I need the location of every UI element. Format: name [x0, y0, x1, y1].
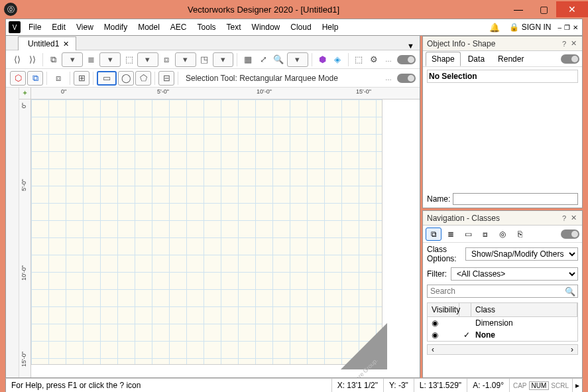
horizontal-ruler[interactable]: 0" 5'-0" 10'-0" 15'-0": [31, 88, 420, 99]
nav-help-icon[interactable]: ?: [559, 214, 569, 222]
walkthrough-icon[interactable]: ◈: [331, 52, 345, 67]
class-horizontal-scrollbar[interactable]: ‹ ›: [427, 344, 578, 355]
render-mode-dropdown[interactable]: ▾: [213, 52, 234, 67]
status-expand-icon[interactable]: ▸: [573, 379, 582, 392]
nav-tab-viewports-icon[interactable]: ⧈: [477, 228, 493, 241]
modebar-toggle[interactable]: [397, 74, 416, 83]
toolbar-toggle[interactable]: [397, 55, 416, 64]
header-visibility[interactable]: Visibility: [428, 303, 459, 316]
tab-shape[interactable]: Shape: [426, 52, 461, 66]
drawing-canvas[interactable]: ✦ 0" 5'-0" 10'-0" 15'-0" 0" 5'-0" 10'-0"…: [19, 88, 420, 377]
mode-ellipse-marquee-icon[interactable]: ◯: [118, 71, 134, 86]
menu-cloud[interactable]: Cloud: [285, 21, 316, 34]
object-info-toggle[interactable]: [561, 54, 579, 64]
menu-aec[interactable]: AEC: [165, 21, 192, 34]
object-name-input[interactable]: [453, 193, 578, 205]
close-button[interactable]: ✕: [556, 1, 588, 17]
saved-views-dropdown[interactable]: ▾: [175, 52, 196, 67]
vertical-ruler[interactable]: 0" 5'-0" 10'-0" 15'-0": [19, 99, 31, 377]
render-mode-icon[interactable]: ◳: [198, 52, 211, 67]
nav-close-icon[interactable]: ✕: [569, 214, 578, 222]
visibility-visible-icon[interactable]: ◉: [432, 318, 447, 328]
filter-select[interactable]: <All Classes>: [451, 267, 578, 281]
panel-close-icon[interactable]: ✕: [569, 39, 578, 48]
zoom-icon[interactable]: 🔍: [272, 52, 286, 67]
document-tab[interactable]: Untitled1 ✕: [18, 36, 76, 50]
classes-icon[interactable]: ⧉: [46, 52, 60, 67]
minimize-button[interactable]: —: [506, 1, 531, 17]
nav-tab-design-layers-icon[interactable]: ≣: [443, 228, 459, 241]
mode-cancel-icon[interactable]: ⬡: [10, 71, 26, 86]
menu-edit[interactable]: Edit: [46, 21, 71, 34]
tool-palette[interactable]: [6, 88, 19, 377]
document-tab-dropdown-icon[interactable]: ▼: [402, 42, 420, 50]
nav-back-icon[interactable]: ⟨⟩: [10, 52, 24, 67]
nav-tab-saved-views-icon[interactable]: ◎: [495, 228, 510, 241]
menu-window[interactable]: Window: [247, 21, 286, 34]
class-search-input[interactable]: [427, 285, 578, 298]
class-row[interactable]: ◉ Dimension: [428, 317, 577, 329]
nav-fwd-icon[interactable]: ⟩⟩: [25, 52, 39, 67]
menu-view[interactable]: View: [71, 21, 99, 34]
mdi-close-icon[interactable]: ✕: [571, 24, 579, 31]
sign-in-label: SIGN IN: [522, 23, 552, 32]
search-icon[interactable]: 🔍: [565, 287, 575, 296]
mode-poly-marquee-icon[interactable]: ⬠: [135, 71, 151, 86]
mode-wall-icon[interactable]: ⊟: [158, 71, 174, 86]
panel-help-icon[interactable]: ?: [559, 40, 569, 48]
menu-model[interactable]: Model: [133, 21, 165, 34]
scroll-left-icon[interactable]: ‹: [428, 345, 438, 354]
flyover-icon[interactable]: ⬢: [315, 52, 329, 67]
nav-tab-references-icon[interactable]: ⎘: [512, 228, 528, 241]
visibility-visible-icon[interactable]: ◉: [432, 330, 447, 340]
zoom-dropdown[interactable]: ▾: [287, 52, 308, 67]
mdi-restore-icon[interactable]: ❐: [563, 24, 571, 31]
nav-tab-classes-icon[interactable]: ⧉: [426, 228, 441, 241]
plane-dropdown[interactable]: ▾: [137, 52, 158, 67]
app-icon: ⓪: [4, 3, 17, 16]
bell-icon[interactable]: 🔔: [485, 23, 504, 33]
status-y[interactable]: Y: -3": [384, 379, 414, 392]
unified-view-icon[interactable]: ⬚: [352, 52, 366, 67]
header-active[interactable]: [459, 303, 471, 316]
nav-toggle[interactable]: [561, 229, 579, 239]
status-angle[interactable]: A: -1.09°: [467, 379, 510, 392]
views-icon[interactable]: ⤢: [257, 52, 270, 67]
mode-group-icon[interactable]: ⊞: [74, 71, 89, 86]
menu-text[interactable]: Text: [221, 21, 247, 34]
nav-tab-sheet-layers-icon[interactable]: ▭: [460, 228, 476, 241]
tab-data[interactable]: Data: [462, 52, 491, 66]
modebar-overflow-icon[interactable]: …: [382, 74, 394, 82]
status-x[interactable]: X: 13'1 1/2": [332, 379, 384, 392]
document-tab-close-icon[interactable]: ✕: [63, 40, 69, 48]
menu-modify[interactable]: Modify: [99, 21, 133, 34]
mode-rect-marquee-icon[interactable]: ▭: [97, 71, 117, 86]
tab-render[interactable]: Render: [492, 52, 530, 66]
layers-icon[interactable]: ≣: [84, 52, 98, 67]
plane-icon[interactable]: ⬚: [122, 52, 136, 67]
classes-dropdown[interactable]: ▾: [62, 52, 83, 67]
toolbar-overflow-icon[interactable]: …: [382, 56, 394, 63]
menu-help[interactable]: Help: [317, 21, 344, 34]
header-class[interactable]: Class: [471, 303, 577, 316]
saved-views-icon[interactable]: ⧈: [160, 52, 174, 67]
ruler-v-tick: 10'-0": [21, 265, 27, 281]
drawing-grid[interactable]: AppNee Freeware Group.: [31, 99, 382, 365]
projection-icon[interactable]: ▦: [241, 52, 255, 67]
ruler-origin-icon[interactable]: ✦: [19, 88, 31, 99]
menu-tools[interactable]: Tools: [192, 21, 221, 34]
status-length[interactable]: L: 13'1.529": [414, 379, 467, 392]
menu-file[interactable]: File: [23, 21, 46, 34]
mode-select-icon[interactable]: ⧉: [27, 71, 43, 86]
settings-icon[interactable]: ⚙: [367, 52, 381, 67]
scroll-right-icon[interactable]: ›: [567, 345, 577, 354]
mdi-minimize-icon[interactable]: –: [556, 24, 563, 31]
layers-dropdown[interactable]: ▾: [99, 52, 121, 67]
mode-lasso-icon[interactable]: ⧈: [50, 71, 66, 86]
ruler-h-tick: 0": [61, 88, 66, 95]
class-options-select[interactable]: Show/Snap/Modify Others: [465, 247, 578, 261]
class-active-check[interactable]: ✓: [463, 330, 475, 340]
sign-in-button[interactable]: 🔒 SIGN IN: [504, 23, 557, 32]
maximize-button[interactable]: ▢: [531, 1, 556, 17]
class-row[interactable]: ◉ ✓ None: [428, 329, 577, 341]
